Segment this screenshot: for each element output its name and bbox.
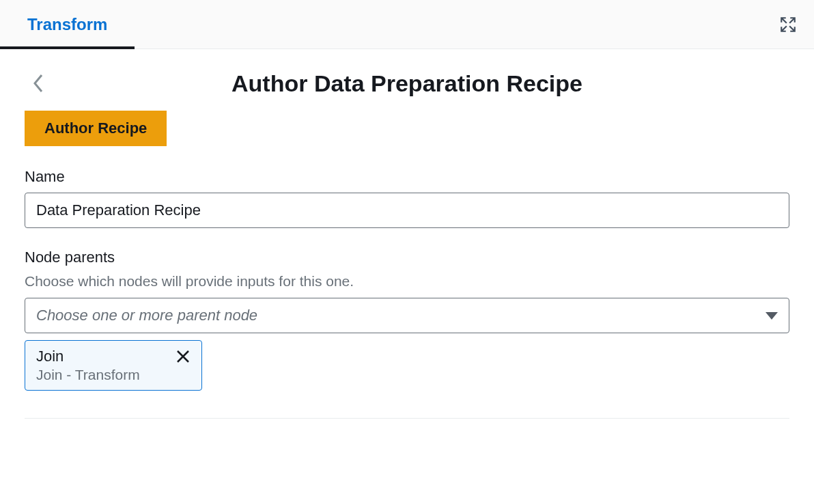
chip-subtitle: Join - Transform xyxy=(36,367,140,383)
dropdown-placeholder: Choose one or more parent node xyxy=(36,307,257,324)
chip-remove-button[interactable] xyxy=(176,349,191,364)
chip-content: Join Join - Transform xyxy=(36,348,140,383)
name-label: Name xyxy=(25,168,789,186)
header-row: Author Data Preparation Recipe xyxy=(25,70,789,97)
parent-node-chip: Join Join - Transform xyxy=(25,340,202,391)
node-parents-dropdown[interactable]: Choose one or more parent node xyxy=(25,298,789,333)
chevron-down-icon xyxy=(766,312,778,320)
chip-title: Join xyxy=(36,348,140,365)
section-divider xyxy=(25,418,789,419)
tab-transform[interactable]: Transform xyxy=(0,0,135,49)
content-area: Author Data Preparation Recipe Author Re… xyxy=(0,49,814,439)
tab-label: Transform xyxy=(27,15,107,33)
author-recipe-label: Author Recipe xyxy=(44,120,147,137)
expand-icon[interactable] xyxy=(776,12,800,37)
tab-bar: Transform xyxy=(0,0,814,49)
page-title: Author Data Preparation Recipe xyxy=(25,70,789,97)
node-parents-help: Choose which nodes will provide inputs f… xyxy=(25,273,789,290)
author-recipe-button[interactable]: Author Recipe xyxy=(25,111,167,146)
node-parents-label: Node parents xyxy=(25,249,789,266)
name-input[interactable] xyxy=(25,193,789,228)
